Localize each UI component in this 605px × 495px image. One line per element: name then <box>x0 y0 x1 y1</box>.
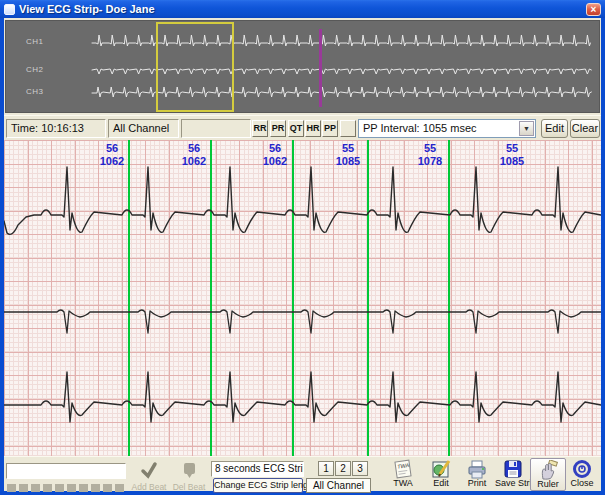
del-beat-button: Del Beat <box>170 461 208 491</box>
twa-label: TWA <box>385 479 421 488</box>
beat-annotation: 551085 <box>488 142 536 168</box>
blank-measure-button[interactable] <box>340 120 356 137</box>
time-display: Time: 10:16:13 <box>6 119 106 138</box>
del-beat-label: Del Beat <box>170 482 208 492</box>
pr-button[interactable]: PR <box>270 120 286 137</box>
edit-button[interactable]: Edit <box>541 119 568 138</box>
hr-button[interactable]: HR <box>305 120 321 137</box>
ruler-button[interactable]: Ruler <box>530 458 566 491</box>
measurement-display <box>181 119 251 138</box>
channel-mode-display: All Channel <box>108 119 179 138</box>
add-beat-label: Add Beat <box>130 482 168 492</box>
film-frame <box>79 484 88 492</box>
overview-traces <box>6 21 599 112</box>
film-frame <box>19 484 28 492</box>
ecg-grid[interactable]: 561062561062561062551085551078551085 <box>4 140 601 456</box>
ecg-traces <box>4 140 601 456</box>
beat-text-input[interactable] <box>6 463 126 479</box>
film-strip <box>7 484 124 492</box>
twa-document-icon: TWA <box>392 459 414 479</box>
film-frame <box>67 484 76 492</box>
rr-button[interactable]: RR <box>252 120 268 137</box>
window-content: CH1 CH2 CH3 Time: 10:16:13 All Channel R… <box>4 18 601 491</box>
film-frame <box>91 484 100 492</box>
film-frame <box>43 484 52 492</box>
channel-1-button[interactable]: 1 <box>318 461 334 476</box>
floppy-disk-icon <box>502 459 524 479</box>
bottom-toolbar: Add Beat Del Beat 8 seconds ECG Strip Ch… <box>4 456 601 491</box>
pp-button[interactable]: PP <box>322 120 338 137</box>
selection-rectangle[interactable] <box>156 22 234 112</box>
toolbar: Time: 10:16:13 All Channel RR PR QT HR P… <box>4 115 601 140</box>
overview-strip[interactable]: CH1 CH2 CH3 <box>5 20 600 113</box>
ecg-strip-window: View ECG Strip- Doe Jane × CH1 CH2 CH3 T… <box>0 0 605 495</box>
film-frame <box>7 484 16 492</box>
edit-tool-label: Edit <box>423 479 459 488</box>
interval-dropdown-value: PP Interval: 1055 msec <box>363 122 477 134</box>
clear-button[interactable]: Clear <box>570 119 600 138</box>
edit-tool-button[interactable]: Edit <box>423 458 459 491</box>
chevron-down-icon[interactable]: ▼ <box>519 121 534 136</box>
print-label: Print <box>459 479 495 488</box>
position-marker-line <box>319 29 322 107</box>
film-frame <box>31 484 40 492</box>
film-frame <box>103 484 112 492</box>
beat-annotation: 561062 <box>88 142 136 168</box>
overview-panel: CH1 CH2 CH3 <box>4 18 601 115</box>
beat-annotation: 561062 <box>251 142 299 168</box>
thumb-icon <box>179 461 199 479</box>
beat-annotation: 551085 <box>324 142 372 168</box>
film-frame <box>55 484 64 492</box>
beat-annotation: 561062 <box>170 142 218 168</box>
beat-annotation: 551078 <box>406 142 454 168</box>
twa-button[interactable]: TWA TWA <box>385 458 421 491</box>
save-strip-button[interactable]: Save Strip <box>495 458 531 491</box>
close-tool-button[interactable]: Close <box>564 458 600 491</box>
all-channel-button[interactable]: All Channel <box>306 478 371 493</box>
channel-3-button[interactable]: 3 <box>352 461 368 476</box>
close-icon[interactable]: × <box>586 3 601 16</box>
strip-length-input[interactable]: 8 seconds ECG Strip <box>211 461 304 477</box>
change-strip-length-button[interactable]: Change ECG Strip length <box>213 478 303 493</box>
add-beat-button: Add Beat <box>130 461 168 491</box>
channel-2-button[interactable]: 2 <box>335 461 351 476</box>
save-strip-label: Save Strip <box>495 479 531 488</box>
close-ring-icon <box>571 459 593 479</box>
interval-dropdown[interactable]: PP Interval: 1055 msec ▼ <box>358 119 536 138</box>
check-icon <box>139 461 159 479</box>
edit-icon <box>430 459 452 479</box>
hand-ruler-icon <box>537 460 559 480</box>
app-icon <box>4 4 15 15</box>
qt-button[interactable]: QT <box>288 120 304 137</box>
printer-icon <box>466 459 488 479</box>
titlebar: View ECG Strip- Doe Jane × <box>0 0 605 18</box>
film-frame <box>115 484 124 492</box>
close-tool-label: Close <box>564 479 600 488</box>
ruler-label: Ruler <box>531 480 565 489</box>
window-title: View ECG Strip- Doe Jane <box>19 3 155 15</box>
print-button[interactable]: Print <box>459 458 495 491</box>
